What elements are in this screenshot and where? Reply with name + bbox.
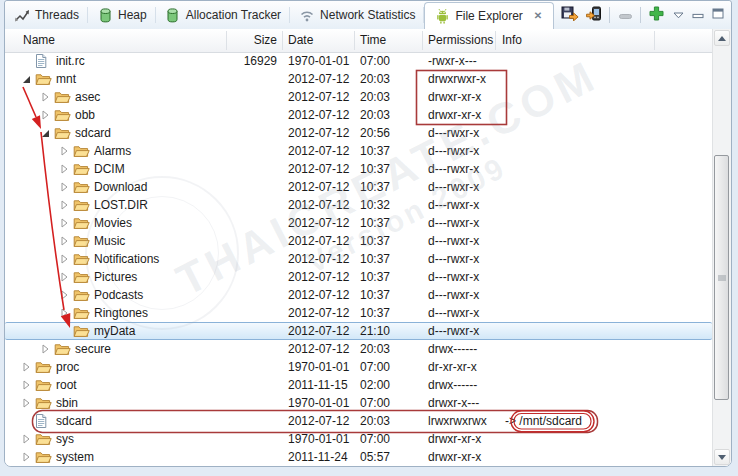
expand-icon[interactable]	[17, 394, 35, 412]
new-folder-button[interactable]	[647, 6, 665, 24]
expand-icon[interactable]	[17, 448, 35, 466]
row-name: sdcard	[5, 412, 712, 430]
time-cell: 10:37	[360, 268, 390, 286]
expand-icon[interactable]	[17, 376, 35, 394]
permissions-cell: -rwxr-x---	[428, 52, 477, 70]
permissions-cell: drwxr-xr-x	[428, 430, 481, 448]
tab-network-statistics[interactable]: Network Statistics	[290, 1, 424, 29]
expand-icon[interactable]	[55, 304, 73, 322]
expand-icon[interactable]	[55, 142, 73, 160]
file-name-label: asec	[75, 88, 100, 106]
twisty-spacer	[17, 52, 35, 70]
column-divider[interactable]	[422, 31, 423, 50]
permissions-cell: d---rwxr-x	[428, 232, 479, 250]
column-header-date[interactable]: Date	[288, 33, 313, 47]
column-header-size[interactable]: Size	[232, 33, 277, 47]
tree-row-obb[interactable]: obb2012-07-1220:03drwxr-xr-x	[5, 106, 712, 124]
time-cell: 20:03	[360, 106, 390, 124]
column-divider[interactable]	[226, 31, 227, 50]
expand-icon[interactable]	[55, 160, 73, 178]
tree-row-sys[interactable]: sys1970-01-0107:00drwxr-xr-x	[5, 430, 712, 448]
tree-row-notifications[interactable]: Notifications2012-07-1210:37d---rwxr-x	[5, 250, 712, 268]
tab-file-explorer[interactable]: File Explorer ✕	[424, 2, 554, 29]
file-name-label: secure	[75, 340, 111, 358]
date-cell: 2012-07-12	[288, 286, 349, 304]
tab-label: Network Statistics	[320, 8, 415, 22]
tree-row-download[interactable]: Download2012-07-1210:37d---rwxr-x	[5, 178, 712, 196]
tree-row-sdcard[interactable]: sdcard2012-07-1220:56d---rwxr-x	[5, 124, 712, 142]
expand-icon[interactable]	[55, 214, 73, 232]
tree-row-ringtones[interactable]: Ringtones2012-07-1210:37d---rwxr-x	[5, 304, 712, 322]
scroll-down-button[interactable]	[714, 449, 730, 465]
expand-icon[interactable]	[55, 196, 73, 214]
file-name-label: proc	[56, 358, 79, 376]
delete-button[interactable]	[616, 6, 634, 24]
column-header-permissions[interactable]: Permissions	[428, 33, 493, 47]
tab-label: File Explorer	[455, 9, 522, 23]
collapse-icon[interactable]	[17, 70, 35, 88]
minimize-button[interactable]	[691, 8, 705, 22]
push-file-button[interactable]	[585, 6, 603, 24]
tree-row-init-rc[interactable]: init.rc169291970-01-0107:00-rwxr-x---	[5, 52, 712, 70]
date-cell: 2012-07-12	[288, 323, 349, 341]
column-divider[interactable]	[282, 31, 283, 50]
tree-row-pictures[interactable]: Pictures2012-07-1210:37d---rwxr-x	[5, 268, 712, 286]
time-cell: 10:37	[360, 286, 390, 304]
tree-row-system[interactable]: system2011-11-2405:57drwxr-xr-x	[5, 448, 712, 466]
vertical-scrollbar[interactable]	[712, 29, 731, 466]
expand-icon[interactable]	[55, 232, 73, 250]
tree-row-podcasts[interactable]: Podcasts2012-07-1210:37d---rwxr-x	[5, 286, 712, 304]
expand-icon[interactable]	[36, 106, 54, 124]
file-name-label: sys	[56, 430, 74, 448]
tree-row-lost-dir[interactable]: LOST.DIR2012-07-1210:32d---rwxr-x	[5, 196, 712, 214]
tree-row-asec[interactable]: asec2012-07-1220:03drwxr-xr-x	[5, 88, 712, 106]
expand-icon[interactable]	[17, 358, 35, 376]
expand-icon[interactable]	[55, 286, 73, 304]
tree-row-proc[interactable]: proc1970-01-0107:00dr-xr-xr-x	[5, 358, 712, 376]
expand-icon[interactable]	[36, 340, 54, 358]
tree-row-dcim[interactable]: DCIM2012-07-1210:37d---rwxr-x	[5, 160, 712, 178]
column-header-name[interactable]: Name	[23, 33, 55, 47]
folder-icon	[73, 160, 90, 178]
permissions-cell: drwx------	[428, 340, 477, 358]
tree-row-sbin[interactable]: sbin1970-01-0107:00drwxr-x---	[5, 394, 712, 412]
tree-row-mnt[interactable]: mnt2012-07-1220:03drwxrwxr-x	[5, 70, 712, 88]
tree-row-mydata[interactable]: myData2012-07-1221:10d---rwxr-x	[5, 322, 712, 340]
close-tab-icon[interactable]: ✕	[532, 10, 544, 22]
column-divider[interactable]	[495, 31, 496, 50]
expand-icon[interactable]	[55, 178, 73, 196]
row-name: Pictures	[5, 268, 712, 286]
tree-row-sdcard[interactable]: sdcard2012-07-1220:03lrwxrwxrwx-> /mnt/s…	[5, 412, 712, 430]
column-header-time[interactable]: Time	[360, 33, 386, 47]
date-cell: 2012-07-12	[288, 214, 349, 232]
collapse-icon[interactable]	[36, 124, 54, 142]
tree-row-music[interactable]: Music2012-07-1210:37d---rwxr-x	[5, 232, 712, 250]
tab-heap[interactable]: Heap	[88, 1, 156, 29]
tree-row-alarms[interactable]: Alarms2012-07-1210:37d---rwxr-x	[5, 142, 712, 160]
row-name: obb	[5, 106, 712, 124]
tab-bar: Threads Heap Allocation Tracker Network …	[5, 1, 731, 30]
new-folder-icon	[649, 6, 664, 24]
maximize-button[interactable]	[711, 8, 725, 22]
expand-icon[interactable]	[17, 430, 35, 448]
column-divider[interactable]	[354, 31, 355, 50]
tab-threads[interactable]: Threads	[5, 1, 88, 29]
expand-icon[interactable]	[55, 250, 73, 268]
pull-file-button[interactable]	[561, 6, 579, 24]
expand-icon[interactable]	[36, 88, 54, 106]
folder-icon	[35, 70, 52, 88]
row-name: system	[5, 448, 712, 466]
tab-allocation-tracker[interactable]: Allocation Tracker	[156, 1, 290, 29]
scrollbar-thumb[interactable]	[714, 155, 729, 400]
time-cell: 10:37	[360, 160, 390, 178]
expand-icon[interactable]	[55, 268, 73, 286]
tree-row-root[interactable]: root2011-11-1502:00drwx------	[5, 376, 712, 394]
tree-row-movies[interactable]: Movies2012-07-1210:37d---rwxr-x	[5, 214, 712, 232]
column-header-info[interactable]: Info	[502, 33, 522, 47]
tree-row-secure[interactable]: secure2012-07-1220:03drwx------	[5, 340, 712, 358]
threads-icon	[14, 7, 30, 23]
view-menu-button[interactable]	[671, 8, 685, 22]
file-name-label: sdcard	[56, 412, 92, 430]
scroll-up-button[interactable]	[714, 30, 730, 46]
column-divider[interactable]	[654, 31, 655, 50]
